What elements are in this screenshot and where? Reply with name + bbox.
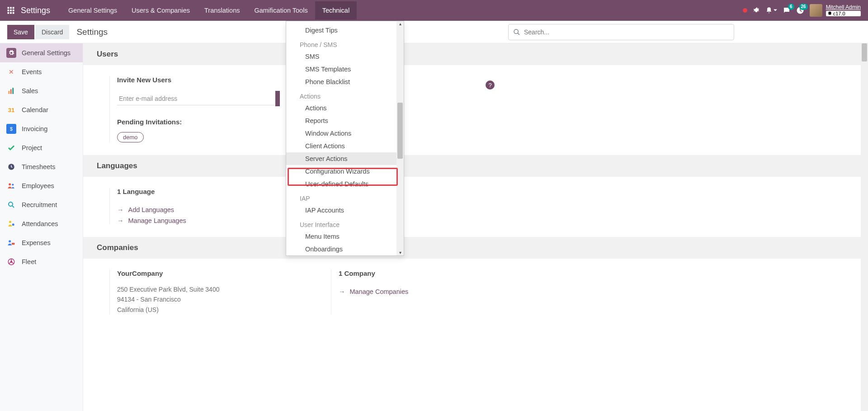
dd-item-digest-tips[interactable]: Digest Tips [286,24,404,37]
sidebar: General Settings ✕ Events Sales 31 Calen… [0,43,83,411]
content-scrollbar[interactable] [861,43,868,411]
user-name: Mitchell Admin [826,5,861,10]
nav-right: 6 26 Mitchell Admin c17.0 [743,4,863,17]
topmenu-translations[interactable]: Translations [197,1,247,19]
sidebar-item-sales[interactable]: Sales [0,81,83,100]
dd-item-user-defaults[interactable]: User-defined Defaults [286,178,404,190]
manage-companies-label: Manage Companies [350,288,409,295]
search-box[interactable] [508,24,734,40]
dd-header-iap: IAP [286,190,404,204]
dd-header-ui: User Interface [286,217,404,230]
sidebar-item-employees[interactable]: Employees [0,176,83,195]
save-button[interactable]: Save [7,25,34,39]
manage-companies-link[interactable]: → Manage Companies [339,288,408,295]
user-menu[interactable]: Mitchell Admin c17.0 [810,4,861,17]
company-addr-line3: California (US) [117,305,331,315]
section-header-languages: Languages [83,155,868,177]
debug-icon[interactable] [753,7,760,14]
svg-point-25 [11,261,12,263]
discard-button[interactable]: Discard [35,25,69,39]
control-bar: Save Discard Settings [0,21,868,43]
svg-rect-5 [13,9,14,11]
svg-rect-2 [13,7,14,9]
sidebar-item-label: Timesheets [22,163,55,170]
dd-item-sms-templates[interactable]: SMS Templates [286,63,404,76]
dd-item-window-actions[interactable]: Window Actions [286,127,404,140]
sidebar-item-events[interactable]: ✕ Events [0,62,83,81]
svg-rect-0 [8,7,9,9]
sidebar-item-label: Attendances [22,220,58,227]
sidebar-item-timesheets[interactable]: Timesheets [0,157,83,176]
sidebar-item-label: Sales [22,87,38,94]
add-languages-label: Add Languages [128,206,175,213]
svg-line-27 [9,262,11,264]
sidebar-item-invoicing[interactable]: $ Invoicing [0,119,83,138]
arrow-right-icon: → [117,217,124,224]
avatar [810,4,822,17]
svg-rect-14 [12,88,14,94]
sidebar-item-label: Fleet [22,258,36,265]
dropdown-scrollbar[interactable]: ▴ ▾ [396,21,404,255]
dd-item-actions[interactable]: Actions [286,102,404,114]
messages-icon[interactable]: 6 [783,6,791,14]
dd-item-client-actions[interactable]: Client Actions [286,140,404,152]
topmenu-technical[interactable]: Technical [315,1,357,19]
bell-icon[interactable] [765,7,777,14]
dd-item-reports[interactable]: Reports [286,114,404,127]
dd-item-iap-accounts[interactable]: IAP Accounts [286,204,404,217]
sidebar-item-project[interactable]: Project [0,138,83,157]
invite-email-input[interactable] [117,92,275,105]
search-input[interactable] [524,28,729,36]
wallet-icon [6,238,16,248]
topmenu-general[interactable]: General Settings [61,1,124,19]
dd-item-config-wizards[interactable]: Configuration Wizards [286,165,404,178]
sidebar-item-label: Events [22,68,42,76]
topmenu-users[interactable]: Users & Companies [124,1,197,19]
section-header-companies: Companies [83,237,868,259]
dd-header-actions: Actions [286,88,404,102]
topmenu-gamification[interactable]: Gamification Tools [247,1,315,19]
scroll-up-icon[interactable]: ▴ [398,22,402,26]
svg-rect-6 [8,12,9,14]
dd-item-sms[interactable]: SMS [286,50,404,63]
sidebar-item-label: Calendar [22,106,48,113]
svg-rect-3 [8,9,9,11]
svg-point-18 [9,202,13,206]
company-addr-line2: 94134 - San Francisco [117,294,331,304]
sidebar-item-general[interactable]: General Settings [0,43,83,62]
dd-item-phone-blacklist[interactable]: Phone Blacklist [286,76,404,88]
dd-item-onboardings[interactable]: Onboardings [286,243,404,255]
svg-rect-8 [13,12,14,14]
help-icon[interactable]: ? [486,80,495,90]
breadcrumb: Settings [76,27,108,37]
activities-icon[interactable]: 26 [796,6,804,14]
record-indicator-icon [743,8,747,13]
sidebar-item-attendances[interactable]: Attendances [0,214,83,233]
dd-item-menu-items[interactable]: Menu Items [286,230,404,243]
steering-wheel-icon [6,257,16,267]
attendance-icon [6,219,16,229]
check-icon [6,143,16,153]
sidebar-item-label: Employees [22,182,54,189]
sidebar-item-fleet[interactable]: Fleet [0,252,83,271]
invite-button[interactable] [275,91,280,106]
db-tag: c17.0 [826,11,861,16]
apps-icon[interactable] [5,4,17,17]
sidebar-item-recruitment[interactable]: Recruitment [0,195,83,214]
svg-line-28 [12,262,14,264]
search-icon [513,28,520,36]
people-icon [6,181,16,191]
sidebar-item-label: Invoicing [22,125,47,132]
top-nav: Settings General Settings Users & Compan… [0,0,868,21]
sidebar-item-calendar[interactable]: 31 Calendar [0,100,83,119]
sidebar-item-expenses[interactable]: Expenses [0,233,83,252]
svg-rect-12 [8,91,9,94]
sidebar-item-label: Recruitment [22,201,57,208]
svg-rect-23 [12,243,15,245]
messages-badge: 6 [788,4,794,10]
pending-pill[interactable]: demo [117,132,144,142]
svg-line-11 [518,33,519,35]
content-area: Users Invite New Users Pending Invitatio… [83,43,868,411]
scroll-down-icon[interactable]: ▾ [398,251,402,255]
dd-item-server-actions[interactable]: Server Actions [286,152,404,165]
